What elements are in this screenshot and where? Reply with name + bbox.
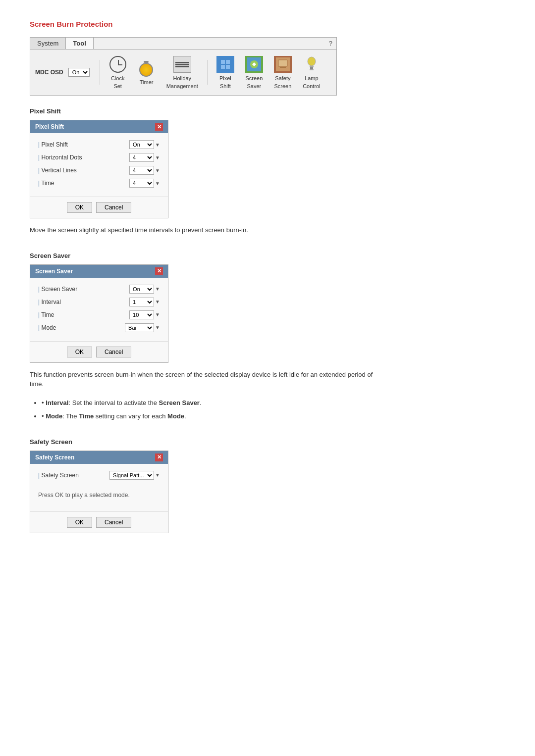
ss-mode-row: Mode BarEraserPixel ▼: [38, 323, 160, 332]
toolbar-item-timer[interactable]: Timer: [134, 57, 160, 87]
bullet-mode-time: Time: [79, 412, 94, 420]
safety-main-select[interactable]: Signal Patt... Scroll: [109, 471, 154, 480]
pixel-shift-dialog-body: Pixel Shift OnOff ▼ Horizontal Dots 4123…: [30, 133, 168, 197]
ps-time-select[interactable]: 4123: [129, 179, 154, 188]
ps-time-arrow: ▼: [155, 181, 160, 186]
toolbar-item-lamp[interactable]: Lamp Control: [299, 53, 324, 91]
toolbar-item-holiday[interactable]: Holiday Management: [162, 53, 202, 91]
safety-label2: Screen: [274, 83, 291, 89]
clock-icon: [109, 56, 126, 73]
lamp-label2: Control: [303, 83, 320, 89]
toolbar-item-clock-set[interactable]: Clock Set: [105, 53, 131, 91]
safety-main-label: Safety Screen: [38, 472, 109, 479]
vert-lines-select[interactable]: 4123: [129, 166, 154, 175]
pixel-shift-row-1: Pixel Shift OnOff ▼: [38, 140, 160, 149]
toolbar: System Tool ? MDC OSD On Off Clock Set: [30, 37, 337, 96]
ps-time-value: 4123 ▼: [129, 179, 160, 188]
screen-saver-ok-button[interactable]: OK: [67, 347, 92, 357]
safety-screen-dialog: Safety Screen ✕ Safety Screen Signal Pat…: [30, 451, 168, 533]
ss-interval-arrow: ▼: [155, 299, 160, 304]
ss-main-arrow: ▼: [155, 286, 160, 292]
toolbar-item-screensaver[interactable]: Screen Saver: [241, 53, 267, 91]
screen-saver-section-title: Screen Saver: [30, 252, 505, 259]
timer-label: Timer: [140, 79, 154, 85]
horiz-dots-select[interactable]: 4123: [129, 153, 154, 162]
pixelshift-icon-box: [216, 55, 234, 73]
pixel-shift-label: Pixel Shift: [38, 141, 129, 148]
svg-rect-0: [221, 60, 225, 64]
pixel-shift-dialog-header: Pixel Shift ✕: [30, 120, 168, 133]
holiday-icon: [173, 56, 191, 73]
ss-time-select[interactable]: 10515: [129, 310, 154, 319]
screen-saver-close-button[interactable]: ✕: [155, 267, 163, 275]
horiz-dots-row: Horizontal Dots 4123 ▼: [38, 153, 160, 162]
ss-interval-value: 123 ▼: [129, 298, 160, 306]
svg-rect-8: [310, 66, 314, 67]
safety-screen-note: Press OK to play a selected mode.: [38, 489, 160, 500]
svg-rect-3: [226, 65, 230, 69]
timer-icon: [139, 60, 154, 77]
screensaver-label1: Screen: [245, 75, 263, 81]
ss-time-row: Time 10515 ▼: [38, 310, 160, 319]
safety-screen-ok-button[interactable]: OK: [67, 517, 92, 528]
bullet-mode: Mode: The Time setting can vary for each…: [42, 411, 505, 421]
screensaver-icon: [245, 56, 263, 73]
vert-lines-label: Vertical Lines: [38, 167, 129, 174]
tab-system[interactable]: System: [30, 38, 66, 49]
safety-screen-close-button[interactable]: ✕: [155, 454, 163, 461]
tab-tool[interactable]: Tool: [66, 38, 93, 49]
mdc-osd-select[interactable]: On Off: [68, 68, 90, 77]
mdc-osd-label: MDC OSD: [35, 69, 63, 76]
ss-time-arrow: ▼: [155, 312, 160, 317]
help-icon[interactable]: ?: [325, 38, 336, 49]
screensaver-label2: Saver: [247, 83, 262, 89]
safety-main-row: Safety Screen Signal Patt... Scroll ▼: [38, 471, 160, 480]
toolbar-item-safety[interactable]: Safety Screen: [270, 53, 296, 91]
horiz-dots-label: Horizontal Dots: [38, 154, 129, 161]
pixelshift-label1: Pixel: [219, 75, 231, 81]
screen-saver-footer: OK Cancel: [30, 341, 168, 362]
ss-main-select[interactable]: OnOff: [129, 285, 154, 294]
safety-screen-dialog-header: Safety Screen ✕: [30, 451, 168, 464]
ss-mode-select[interactable]: BarEraserPixel: [125, 323, 154, 332]
lamp-icon-box: [303, 55, 321, 73]
svg-rect-10: [310, 69, 314, 70]
vert-lines-value: 4123 ▼: [129, 166, 160, 175]
pixel-shift-dialog-title: Pixel Shift: [35, 123, 64, 130]
ss-interval-select[interactable]: 123: [129, 298, 154, 306]
bullet-mode-text1: : The: [62, 412, 79, 420]
holiday-label1: Holiday: [173, 75, 191, 81]
pixelshift-label2: Shift: [220, 83, 231, 89]
pixel-shift-close-button[interactable]: ✕: [155, 123, 163, 131]
pixel-shift-cancel-button[interactable]: Cancel: [96, 202, 131, 213]
vert-lines-arrow: ▼: [155, 168, 160, 173]
ss-main-label: Screen Saver: [38, 286, 129, 293]
bullet-mode-mode: Mode: [167, 412, 184, 420]
vert-lines-row: Vertical Lines 4123 ▼: [38, 166, 160, 175]
toolbar-divider-1: [100, 60, 100, 85]
svg-point-7: [308, 57, 316, 66]
safety-screen-cancel-button[interactable]: Cancel: [96, 517, 131, 528]
horiz-dots-value: 4123 ▼: [129, 153, 160, 162]
ss-interval-label: Interval: [38, 299, 129, 305]
pixelshift-icon: [216, 56, 234, 73]
toolbar-item-pixelshift[interactable]: Pixel Shift: [213, 53, 238, 91]
screen-saver-dialog-header: Screen Saver ✕: [30, 265, 168, 278]
pixel-shift-ok-button[interactable]: OK: [67, 202, 92, 213]
bullet-interval: Interval: Set the interval to activate t…: [42, 398, 505, 408]
ss-mode-value: BarEraserPixel ▼: [125, 323, 160, 332]
page-title: Screen Burn Protection: [30, 20, 505, 28]
pixel-shift-section-title: Pixel Shift: [30, 107, 505, 115]
lamp-icon: [303, 56, 321, 73]
bullet-mode-end: .: [184, 412, 186, 420]
toolbar-body: MDC OSD On Off Clock Set Timer: [30, 50, 336, 95]
safety-label1: Safety: [275, 75, 290, 81]
horiz-dots-arrow: ▼: [155, 155, 160, 160]
ps-time-label: Time: [38, 180, 129, 187]
holiday-label2: Management: [166, 83, 198, 89]
bullet-mode-term: Mode: [46, 412, 62, 420]
bullet-interval-term: Interval: [46, 399, 68, 406]
pixel-shift-select[interactable]: OnOff: [129, 140, 154, 149]
screen-saver-cancel-button[interactable]: Cancel: [96, 347, 131, 357]
clock-set-label: Clock: [111, 75, 125, 81]
